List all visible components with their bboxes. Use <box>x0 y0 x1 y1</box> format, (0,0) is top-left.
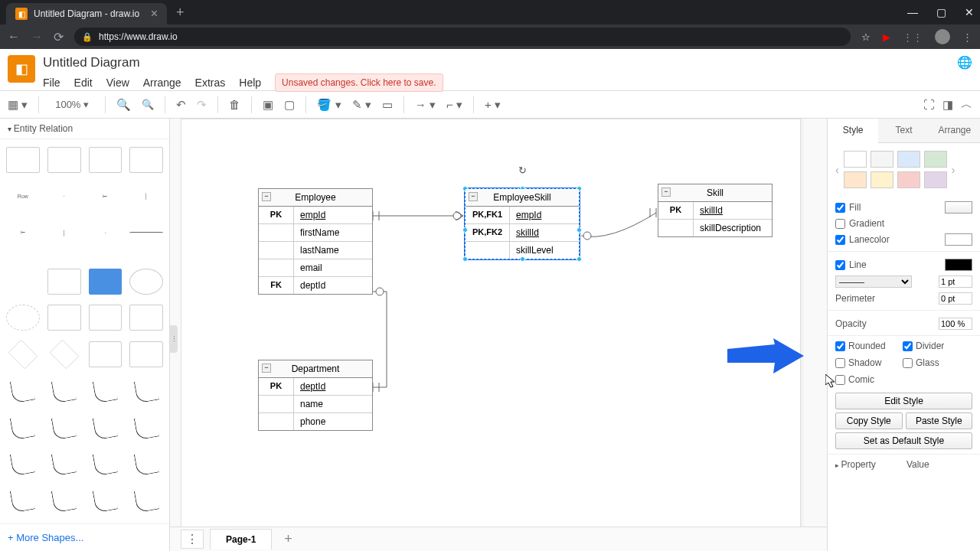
maximize-icon[interactable]: ▢ <box>936 6 946 18</box>
resize-handle[interactable] <box>577 227 582 233</box>
connection-icon[interactable]: → ▾ <box>415 98 436 112</box>
close-tab-icon[interactable]: × <box>151 7 158 21</box>
entity-title[interactable]: Skill <box>658 184 772 202</box>
resize-handle[interactable] <box>462 256 468 262</box>
color-swatch[interactable] <box>844 171 867 188</box>
shape-thumbnail[interactable] <box>89 414 122 440</box>
entity-title[interactable]: Employee <box>259 189 372 207</box>
shape-thumbnail[interactable] <box>6 305 40 331</box>
shape-thumbnail[interactable] <box>6 269 40 295</box>
back-button[interactable]: ← <box>8 30 20 44</box>
sidebar-section-header[interactable]: Entity Relation <box>0 119 169 139</box>
shape-thumbnail[interactable] <box>89 341 122 367</box>
canvas[interactable]: ⋮ Employee PKempId <box>170 119 827 551</box>
line-color-button[interactable] <box>945 259 972 271</box>
profile-avatar[interactable] <box>935 29 950 44</box>
glass-checkbox[interactable]: Glass <box>903 357 964 368</box>
menu-arrange[interactable]: Arrange <box>143 77 181 89</box>
color-swatch[interactable] <box>897 151 920 168</box>
shape-thumbnail[interactable]: · <box>47 184 81 210</box>
shape-thumbnail[interactable] <box>47 305 81 331</box>
paste-style-button[interactable]: Paste Style <box>906 412 973 429</box>
delete-icon[interactable]: 🗑 <box>229 98 240 111</box>
shadow-icon[interactable]: ▭ <box>382 98 393 112</box>
tab-style[interactable]: Style <box>828 119 878 143</box>
shape-thumbnail[interactable]: Row <box>6 184 40 210</box>
app-logo[interactable]: ◧ <box>8 55 35 83</box>
shape-thumbnail[interactable] <box>89 451 122 477</box>
format-panel-icon[interactable]: ◨ <box>942 97 953 112</box>
zoom-level[interactable]: 100% ▾ <box>50 96 94 112</box>
shape-thumbnail[interactable] <box>129 147 163 173</box>
insert-icon[interactable]: + ▾ <box>485 98 501 112</box>
edit-style-button[interactable]: Edit Style <box>835 393 972 409</box>
divider-checkbox[interactable]: Divider <box>903 341 964 351</box>
tab-text[interactable]: Text <box>878 119 929 142</box>
fill-color-button[interactable] <box>945 201 972 214</box>
opacity-input[interactable] <box>939 318 972 330</box>
fill-checkbox[interactable]: Fill <box>835 202 861 213</box>
bookmark-icon[interactable]: ☆ <box>861 31 871 43</box>
line-checkbox[interactable]: Line <box>835 259 867 270</box>
more-shapes-button[interactable]: + More Shapes... <box>0 523 169 551</box>
entity-department[interactable]: Department PKdeptId name phone <box>258 360 373 431</box>
shape-thumbnail[interactable]: │ <box>47 220 81 246</box>
page-tab[interactable]: Page-1 <box>210 529 272 549</box>
color-swatch[interactable] <box>924 151 947 168</box>
shape-thumbnail[interactable]: ⊢ <box>6 220 40 246</box>
to-front-icon[interactable]: ▣ <box>263 98 273 112</box>
sidebar-collapse-handle[interactable]: ⋮ <box>170 325 178 353</box>
shape-thumbnail[interactable] <box>129 378 163 404</box>
copy-style-button[interactable]: Copy Style <box>835 412 903 429</box>
color-swatch[interactable] <box>871 151 893 168</box>
document-title[interactable]: Untitled Diagram <box>43 55 443 70</box>
view-mode-button[interactable]: ▦ ▾ <box>8 98 28 112</box>
shape-thumbnail[interactable] <box>129 414 163 440</box>
shape-thumbnail[interactable] <box>129 451 163 477</box>
default-style-button[interactable]: Set as Default Style <box>835 432 972 449</box>
gradient-checkbox[interactable]: Gradient <box>835 218 884 229</box>
shape-thumbnail[interactable] <box>129 305 163 331</box>
extension-icon[interactable]: ▶ <box>883 31 890 43</box>
shape-thumbnail[interactable] <box>47 269 81 295</box>
to-back-icon[interactable]: ▢ <box>284 98 295 112</box>
entity-skill[interactable]: Skill PKskillId skillDescription <box>658 184 773 237</box>
shape-thumbnail[interactable] <box>89 269 122 295</box>
rounded-checkbox[interactable]: Rounded <box>835 341 897 351</box>
entity-employee[interactable]: Employee PKempId firstName lastName emai… <box>258 188 373 295</box>
shape-thumbnail[interactable]: ⊢ <box>89 184 122 210</box>
canvas-page[interactable]: Employee PKempId firstName lastName emai… <box>181 119 801 551</box>
rotate-handle-icon[interactable]: ↻ <box>518 165 527 176</box>
shape-thumbnail[interactable] <box>47 451 81 477</box>
collapse-icon[interactable]: ︿ <box>961 97 972 112</box>
shape-thumbnail[interactable] <box>129 232 163 258</box>
color-swatch[interactable] <box>897 171 920 188</box>
resize-handle[interactable] <box>577 256 582 262</box>
browser-menu-icon[interactable]: ⋮ <box>962 31 972 43</box>
shape-thumbnail[interactable] <box>8 340 38 369</box>
fill-color-icon[interactable]: 🪣 ▾ <box>317 98 341 112</box>
shape-thumbnail[interactable] <box>49 340 78 369</box>
menu-file[interactable]: File <box>43 77 60 89</box>
shape-thumbnail[interactable] <box>129 341 163 367</box>
zoom-out-icon[interactable]: 🔍 <box>142 99 154 110</box>
entity-employeeskill[interactable]: ↻ ◆ EmployeeSkill PK,FK1empId PK,FK2skil… <box>465 188 580 259</box>
extension-icon-2[interactable]: ⋮⋮ <box>903 31 923 43</box>
shape-thumbnail[interactable] <box>89 378 122 404</box>
resize-handle[interactable] <box>462 227 468 233</box>
waypoint-icon[interactable]: ⌐ ▾ <box>446 98 462 112</box>
unsaved-warning[interactable]: Unsaved changes. Click here to save. <box>275 73 443 92</box>
shape-thumbnail[interactable] <box>6 414 40 440</box>
shape-thumbnail[interactable]: │ <box>129 184 163 210</box>
menu-help[interactable]: Help <box>239 77 261 89</box>
undo-icon[interactable]: ↶ <box>176 98 186 112</box>
shape-thumbnail[interactable] <box>47 414 81 440</box>
entity-title[interactable]: EmployeeSkill <box>466 189 579 207</box>
color-swatch[interactable] <box>871 171 893 188</box>
shape-thumbnail[interactable] <box>89 487 122 513</box>
address-bar[interactable]: 🔒 https://www.draw.io <box>74 28 851 46</box>
add-page-button[interactable]: + <box>278 531 299 547</box>
shape-thumbnail[interactable] <box>129 487 163 513</box>
line-width-input[interactable] <box>939 276 972 288</box>
color-swatch[interactable] <box>844 151 867 168</box>
